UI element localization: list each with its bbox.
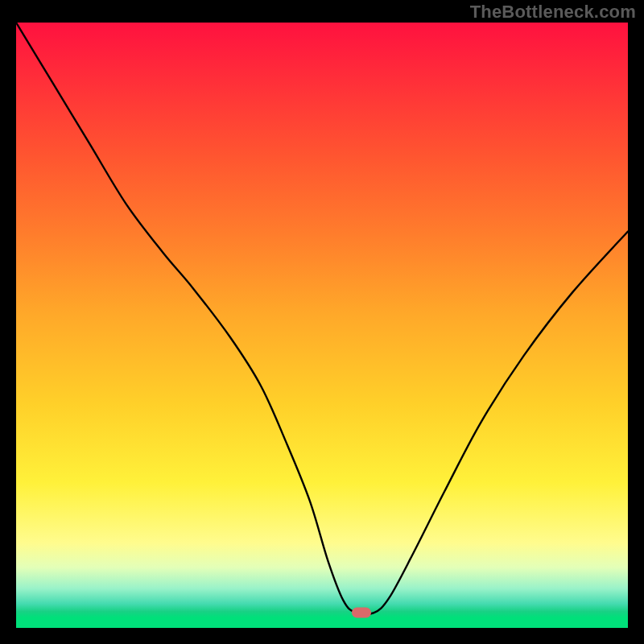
curve-path bbox=[16, 23, 628, 614]
chart-wrapper: TheBottleneck.com bbox=[0, 0, 644, 644]
watermark-text: TheBottleneck.com bbox=[470, 2, 636, 23]
plot-area bbox=[16, 23, 628, 628]
minimum-marker-icon bbox=[352, 608, 371, 618]
bottleneck-curve bbox=[16, 23, 628, 628]
